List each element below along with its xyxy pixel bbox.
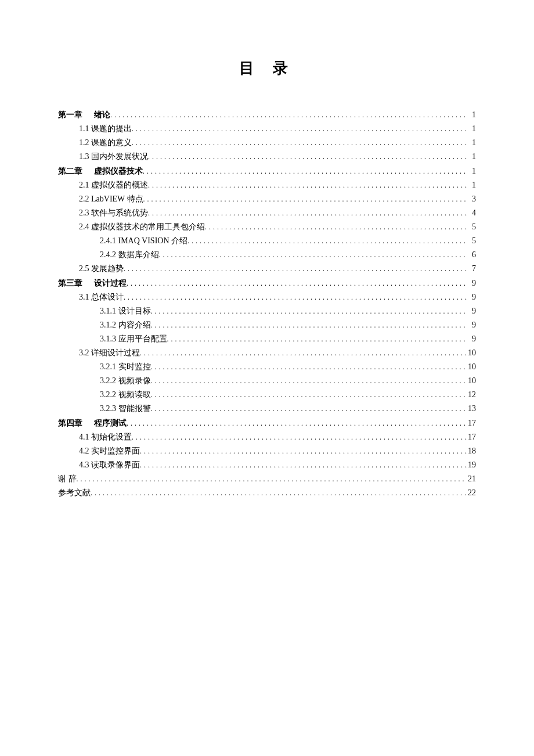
toc-dots [151, 318, 467, 332]
toc-dots [205, 220, 467, 234]
toc-page-number: 13 [467, 402, 476, 416]
toc-entry: 谢 辞21 [58, 472, 476, 486]
toc-entry-label: 2.1 虚拟仪器的概述 [79, 178, 148, 192]
toc-entry-label: 3.1 总体设计 [79, 290, 124, 304]
toc-title: 目 录 [58, 58, 476, 78]
toc-dots [151, 388, 467, 402]
toc-dots [127, 416, 467, 430]
toc-dots [167, 332, 467, 346]
toc-entry: 1.1 课题的提出1 [58, 122, 476, 136]
toc-page-number: 6 [467, 248, 476, 262]
toc-entry-label: 2.4.2 数据库介绍 [100, 248, 159, 262]
toc-entry: 3.2 详细设计过程10 [58, 346, 476, 360]
toc-entry-label: 3.1.1 设计目标 [100, 304, 151, 318]
toc-dots [132, 430, 467, 444]
toc-dots [151, 304, 467, 318]
toc-dots [110, 108, 467, 122]
toc-dots [140, 444, 467, 458]
toc-entry: 第二章虚拟仪器技术 1 [58, 164, 476, 178]
toc-dots [140, 458, 467, 472]
toc-page-number: 1 [467, 164, 476, 178]
toc-page-number: 1 [467, 122, 476, 136]
toc-entry: 3.1.1 设计目标9 [58, 304, 476, 318]
toc-entry-label: 2.4 虚拟仪器技术的常用工具包介绍 [79, 220, 205, 234]
toc-dots [140, 346, 467, 360]
toc-page-number: 10 [467, 346, 476, 360]
toc-entry-label: 1.2 课题的意义 [79, 136, 132, 150]
toc-entry: 参考文献22 [58, 486, 476, 500]
toc-page-number: 10 [467, 374, 476, 388]
toc-entry: 1.3 国内外发展状况1 [58, 150, 476, 164]
toc-entry: 3.1 总体设计9 [58, 290, 476, 304]
toc-page-number: 5 [467, 220, 476, 234]
toc-entry: 2.5 发展趋势7 [58, 262, 476, 276]
toc-page-number: 9 [467, 276, 476, 290]
toc-page-number: 5 [467, 234, 476, 248]
toc-entry-label: 第四章程序测试 [58, 416, 127, 430]
toc-dots [143, 164, 467, 178]
toc-dots [77, 472, 467, 486]
toc-page-number: 17 [467, 416, 476, 430]
toc-entry: 2.3 软件与系统优势4 [58, 206, 476, 220]
toc-entry-label: 谢 辞 [58, 472, 77, 486]
toc-entry-label: 4.3 读取录像界面 [79, 458, 140, 472]
toc-entry: 第四章程序测试 17 [58, 416, 476, 430]
toc-dots [124, 290, 467, 304]
toc-dots [148, 178, 467, 192]
toc-page-number: 19 [467, 458, 476, 472]
toc-page-number: 10 [467, 360, 476, 374]
toc-entry: 3.1.3 应用平台配置9 [58, 332, 476, 346]
toc-page-number: 3 [467, 192, 476, 206]
toc-entry: 4.3 读取录像界面19 [58, 458, 476, 472]
toc-entry-label: 第三章设计过程 [58, 276, 127, 290]
toc-entry-label: 3.2.2 视频录像 [100, 374, 151, 388]
toc-entry: 4.2 实时监控界面18 [58, 444, 476, 458]
toc-entry-label: 参考文献 [58, 486, 91, 500]
toc-dots [151, 374, 467, 388]
toc-entry-label: 1.3 国内外发展状况 [79, 150, 148, 164]
toc-page-number: 9 [467, 332, 476, 346]
toc-entry-label: 2.3 软件与系统优势 [79, 206, 148, 220]
toc-page-number: 21 [467, 472, 476, 486]
toc-dots [143, 192, 467, 206]
toc-entry-label: 4.2 实时监控界面 [79, 444, 140, 458]
toc-entry-label: 1.1 课题的提出 [79, 122, 132, 136]
toc-dots [148, 206, 467, 220]
toc-entry: 2.4.2 数据库介绍6 [58, 248, 476, 262]
toc-dots [151, 402, 467, 416]
toc-entry-label: 2.5 发展趋势 [79, 262, 124, 276]
toc-entry-label: 第二章虚拟仪器技术 [58, 164, 143, 178]
toc-entry-label: 第一章绪论 [58, 107, 110, 122]
toc-page-number: 1 [467, 178, 476, 192]
toc-entry: 3.2.2 视频录像10 [58, 374, 476, 388]
toc-entry-label: 3.2.2 视频读取 [100, 388, 151, 402]
toc-entry: 第一章绪论 1 [58, 107, 476, 122]
toc-entry: 4.1 初始化设置17 [58, 430, 476, 444]
toc-entry: 第三章设计过程 9 [58, 276, 476, 290]
toc-page-number: 17 [467, 430, 476, 444]
toc-page-number: 1 [467, 136, 476, 150]
toc-entry: 2.4.1 IMAQ VISION 介绍5 [58, 234, 476, 248]
toc-page-number: 1 [467, 108, 476, 122]
toc-entry: 2.1 虚拟仪器的概述1 [58, 178, 476, 192]
toc-entry: 1.2 课题的意义1 [58, 136, 476, 150]
toc-page-number: 1 [467, 150, 476, 164]
toc-page-number: 9 [467, 304, 476, 318]
toc-list: 第一章绪论 11.1 课题的提出11.2 课题的意义11.3 国内外发展状况1第… [58, 107, 476, 500]
toc-entry-label: 2.4.1 IMAQ VISION 介绍 [100, 234, 187, 248]
toc-dots [91, 486, 467, 500]
toc-entry-label: 3.2.3 智能报警 [100, 402, 151, 416]
toc-entry: 3.2.3 智能报警13 [58, 402, 476, 416]
toc-entry: 2.4 虚拟仪器技术的常用工具包介绍5 [58, 220, 476, 234]
toc-entry: 2.2 LabVIEW 特点3 [58, 192, 476, 206]
toc-entry-label: 3.2 详细设计过程 [79, 346, 140, 360]
toc-dots [127, 276, 467, 290]
toc-entry-label: 2.2 LabVIEW 特点 [79, 192, 143, 206]
toc-dots [148, 150, 467, 164]
toc-dots [132, 122, 467, 136]
toc-page-number: 9 [467, 318, 476, 332]
toc-entry-label: 3.1.2 内容介绍 [100, 318, 151, 332]
toc-dots [124, 262, 467, 276]
toc-page-number: 18 [467, 444, 476, 458]
toc-page-number: 12 [467, 388, 476, 402]
